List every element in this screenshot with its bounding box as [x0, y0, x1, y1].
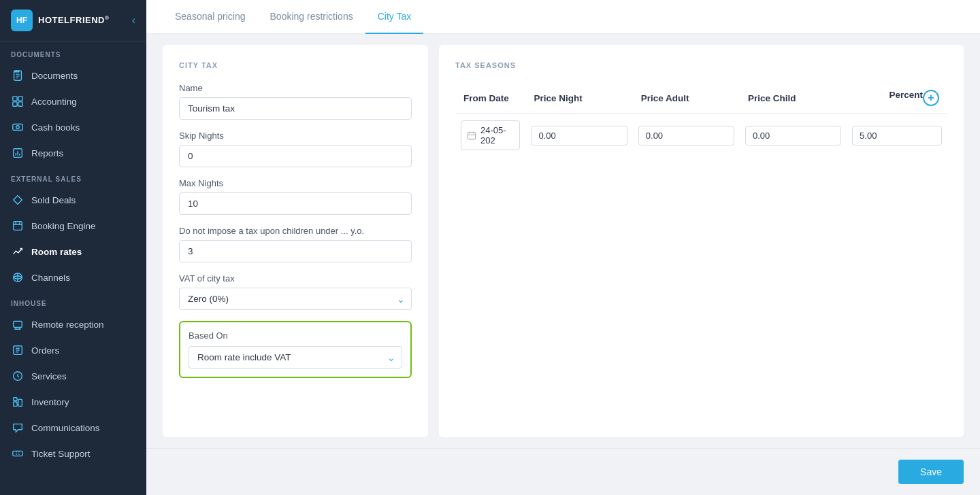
date-input-wrap[interactable]: 24-05-202 — [461, 120, 520, 150]
sidebar-item-room-rates-label: Room rates — [31, 247, 82, 257]
skip-nights-field-group: Skip Nights — [179, 131, 412, 167]
cell-price-adult — [633, 114, 740, 158]
col-percent: Percent + — [847, 83, 947, 114]
tab-city-tax[interactable]: City Tax — [365, 0, 424, 34]
max-nights-input[interactable] — [179, 192, 412, 215]
price-night-input[interactable] — [531, 126, 627, 146]
sidebar-item-ticket-support[interactable]: Ticket Support — [0, 441, 146, 466]
sidebar-item-sold-deals[interactable]: Sold Deals — [0, 187, 146, 213]
col-from-date: From Date — [455, 83, 525, 114]
rates-icon — [11, 245, 24, 258]
main-area: Seasonal pricing Booking restrictions Ci… — [146, 0, 980, 495]
based-on-box: Based On Room rate include VAT Room rate… — [179, 321, 412, 378]
sidebar-item-orders[interactable]: Orders — [0, 337, 146, 363]
table-row: 24-05-202 — [455, 114, 947, 158]
percent-input[interactable] — [852, 126, 942, 146]
svg-rect-15 — [14, 222, 22, 231]
cash-icon — [11, 120, 24, 134]
inhouse-section-label: INHOUSE — [0, 290, 146, 311]
price-adult-input[interactable] — [638, 126, 734, 146]
deals-icon — [11, 193, 24, 207]
sidebar-item-channels[interactable]: Channels — [0, 264, 146, 290]
sidebar-item-inventory[interactable]: Inventory — [0, 389, 146, 415]
svg-rect-9 — [13, 124, 22, 131]
tax-seasons-section-label: TAX SEASONS — [455, 61, 947, 69]
tab-seasonal-pricing[interactable]: Seasonal pricing — [163, 0, 258, 34]
skip-nights-input[interactable] — [179, 145, 412, 167]
services-icon — [11, 369, 24, 383]
sidebar-item-documents[interactable]: Documents — [0, 63, 146, 88]
logo-text: HOTELFRIEND® — [38, 15, 109, 25]
tab-bar: Seasonal pricing Booking restrictions Ci… — [146, 0, 980, 34]
sidebar-item-communications[interactable]: Communications — [0, 415, 146, 441]
sidebar-item-remote-reception-label: Remote reception — [31, 320, 104, 330]
sidebar-item-channels-label: Channels — [31, 273, 70, 283]
vat-field-group: VAT of city tax Zero (0%) Standard (20%)… — [179, 273, 412, 310]
sidebar-item-inventory-label: Inventory — [31, 397, 69, 407]
skip-nights-label: Skip Nights — [179, 131, 412, 141]
city-tax-panel: CITY TAX Name Skip Nights Max Nights Do … — [163, 45, 428, 437]
sidebar-item-communications-label: Communications — [31, 423, 100, 433]
sidebar-item-services[interactable]: Services — [0, 363, 146, 389]
logo-icon: HF — [11, 10, 33, 31]
tab-booking-restrictions[interactable]: Booking restrictions — [258, 0, 365, 34]
booking-icon — [11, 219, 24, 233]
col-price-child: Price Child — [740, 83, 847, 114]
svg-rect-30 — [18, 399, 22, 406]
external-sales-section-label: EXTERNAL SALES — [0, 166, 146, 187]
city-tax-section-label: CITY TAX — [179, 61, 412, 69]
cell-price-night — [525, 114, 632, 158]
channels-icon — [11, 271, 24, 284]
sidebar-item-cash-books-label: Cash books — [31, 122, 80, 133]
sidebar-item-remote-reception[interactable]: Remote reception — [0, 311, 146, 337]
from-date-value: 24-05-202 — [480, 125, 514, 146]
tax-seasons-table-wrap: From Date Price Night Price Adult Price … — [455, 83, 947, 157]
max-nights-label: Max Nights — [179, 178, 412, 188]
svg-point-10 — [16, 126, 20, 129]
vat-select-wrap: Zero (0%) Standard (20%) Reduced (10%) ⌄ — [179, 288, 412, 310]
svg-rect-32 — [13, 451, 22, 456]
svg-rect-7 — [13, 102, 17, 106]
svg-rect-5 — [13, 97, 17, 101]
cell-percent — [847, 114, 947, 158]
tax-seasons-table: From Date Price Night Price Adult Price … — [455, 83, 947, 157]
col-price-night: Price Night — [525, 83, 632, 114]
reception-icon — [11, 318, 24, 331]
save-button[interactable]: Save — [898, 460, 964, 484]
sidebar-item-accounting-label: Accounting — [31, 97, 77, 107]
svg-rect-8 — [18, 102, 22, 106]
comms-icon — [11, 421, 24, 434]
sidebar-item-cash-books[interactable]: Cash books — [0, 114, 146, 140]
sidebar-item-room-rates[interactable]: Room rates — [0, 239, 146, 264]
cell-price-child — [740, 114, 847, 158]
price-child-input[interactable] — [745, 126, 841, 146]
document-icon — [11, 69, 24, 82]
calendar-icon — [467, 131, 476, 140]
logo-bar: HF HOTELFRIEND® ‹ — [0, 0, 146, 41]
children-field-group: Do not impose a tax upon children under … — [179, 226, 412, 262]
children-input[interactable] — [179, 240, 412, 262]
sidebar-item-sold-deals-label: Sold Deals — [31, 195, 76, 205]
sidebar-item-accounting[interactable]: Accounting — [0, 88, 146, 114]
vat-label: VAT of city tax — [179, 273, 412, 284]
reports-icon — [11, 146, 24, 160]
based-on-select[interactable]: Room rate include VAT Room rate exclude … — [189, 346, 402, 369]
sidebar-item-booking-engine-label: Booking Engine — [31, 221, 96, 231]
vat-select[interactable]: Zero (0%) Standard (20%) Reduced (10%) — [179, 288, 412, 310]
name-field-group: Name — [179, 83, 412, 120]
sidebar-item-ticket-support-label: Ticket Support — [31, 449, 91, 459]
table-header-row: From Date Price Night Price Adult Price … — [455, 83, 947, 114]
svg-rect-31 — [14, 398, 17, 401]
ticket-icon — [11, 447, 24, 460]
sidebar-back-button[interactable]: ‹ — [132, 14, 135, 27]
accounting-icon — [11, 95, 24, 108]
add-season-button[interactable]: + — [923, 90, 939, 106]
svg-rect-35 — [468, 133, 475, 139]
sidebar-item-booking-engine[interactable]: Booking Engine — [0, 213, 146, 239]
name-input[interactable] — [179, 97, 412, 120]
col-price-adult: Price Adult — [633, 83, 740, 114]
sidebar-item-reports[interactable]: Reports — [0, 140, 146, 166]
documents-section-label: DOCUMENTS — [0, 41, 146, 63]
based-on-label: Based On — [189, 330, 402, 341]
svg-rect-21 — [14, 322, 22, 328]
